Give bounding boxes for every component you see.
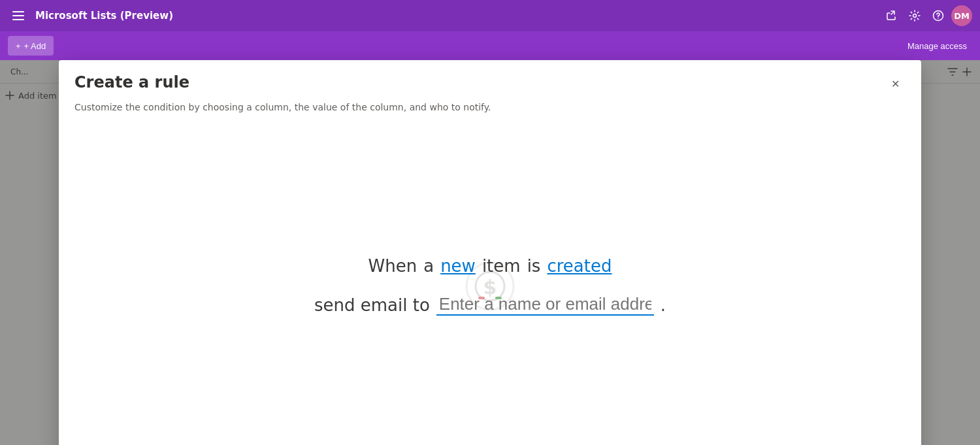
avatar[interactable]: DM: [951, 5, 972, 26]
modal-header: Create a rule ✕: [59, 60, 921, 102]
rule-word-is: is: [527, 256, 541, 276]
svg-rect-2: [12, 19, 24, 20]
rule-line-2: send email to .: [314, 294, 666, 316]
modal-subtitle: Customize the condition by choosing a co…: [59, 102, 921, 123]
email-input[interactable]: [436, 294, 654, 316]
svg-rect-1: [12, 15, 24, 16]
close-icon: ✕: [891, 78, 900, 90]
rule-link-new[interactable]: new: [440, 256, 476, 276]
rule-word-item: item: [482, 256, 521, 276]
topbar-icons: DM: [881, 5, 972, 26]
modal-close-button[interactable]: ✕: [885, 73, 906, 94]
add-button[interactable]: + + Add: [8, 36, 54, 56]
subbar: + + Add Manage access: [0, 31, 980, 60]
rule-dot: .: [661, 295, 666, 315]
rule-word-when: When: [368, 256, 417, 276]
rule-word-send-email-to: send email to: [314, 295, 430, 315]
add-btn-label: + Add: [24, 41, 46, 51]
modal-overlay: Create a rule ✕ Customize the condition …: [0, 60, 980, 445]
svg-point-5: [938, 18, 939, 19]
rule-line-1: When a new item is created: [368, 256, 612, 276]
rule-word-a: a: [423, 256, 434, 276]
modal-title: Create a rule: [74, 73, 189, 91]
settings-icon[interactable]: [904, 5, 925, 26]
share-icon[interactable]: [881, 5, 902, 26]
help-icon[interactable]: [928, 5, 949, 26]
manage-access-button[interactable]: Manage access: [902, 39, 972, 54]
modal-body: $ When a new item is create: [59, 123, 921, 445]
svg-rect-0: [12, 11, 24, 12]
rule-sentence: When a new item is created send email to…: [314, 256, 666, 316]
rule-link-created[interactable]: created: [547, 256, 612, 276]
content-area: Ch... Add item Create a rule ✕: [0, 60, 980, 445]
topbar: Microsoft Lists (Preview) DM: [0, 0, 980, 31]
subbar-right: Manage access: [902, 39, 972, 54]
modal: Create a rule ✕ Customize the condition …: [59, 60, 921, 445]
svg-point-3: [913, 14, 917, 18]
app-title: Microsoft Lists (Preview): [35, 10, 874, 22]
plus-icon: +: [16, 41, 21, 51]
hamburger-icon[interactable]: [8, 5, 29, 26]
